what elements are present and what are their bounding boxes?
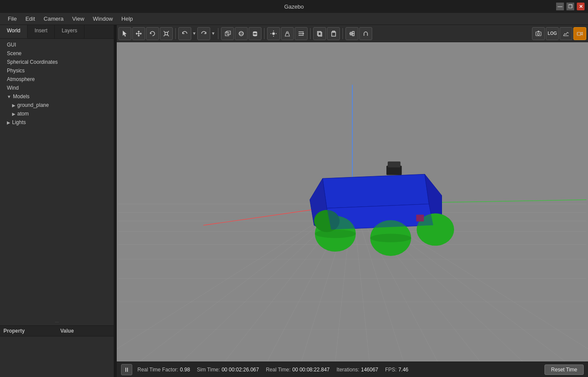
menubar: File Edit Camera View Window Help xyxy=(0,13,588,25)
svg-point-11 xyxy=(239,33,243,34)
separator-2 xyxy=(218,28,218,39)
redo-button[interactable] xyxy=(197,27,210,40)
iterations-value: 146067 xyxy=(361,367,378,373)
real-time-factor-label: Real Time Factor: xyxy=(137,367,178,373)
close-button[interactable]: ✕ xyxy=(577,3,585,10)
svg-line-4 xyxy=(168,31,169,32)
svg-point-10 xyxy=(239,31,243,36)
tab-bar: World Insert Layers xyxy=(0,25,114,39)
real-time-value: 00 00:08:22.847 xyxy=(292,367,330,373)
magnet-button[interactable] xyxy=(359,27,372,40)
log-button[interactable]: LOG xyxy=(546,27,559,40)
cursor-tool-button[interactable] xyxy=(118,27,131,40)
screenshot-button[interactable] xyxy=(532,27,545,40)
undo-arrow[interactable]: ▼ xyxy=(192,31,196,36)
copy-button[interactable] xyxy=(313,27,326,40)
svg-rect-77 xyxy=(388,162,401,168)
tree-ground-plane[interactable]: ▶ ground_plane xyxy=(0,101,114,109)
menu-window[interactable]: Window xyxy=(89,14,117,24)
sim-time-label: Sim Time: xyxy=(197,367,220,373)
fps-item: FPS: 7.46 xyxy=(385,367,408,373)
sim-time-item: Sim Time: 00 00:02:26.067 xyxy=(197,367,259,373)
property-col-header: Property xyxy=(0,326,57,336)
box-tool-button[interactable] xyxy=(221,27,234,40)
real-time-item: Real Time: 00 00:08:22.847 xyxy=(266,367,330,373)
rotate-tool-button[interactable] xyxy=(146,27,159,40)
svg-point-35 xyxy=(538,33,540,35)
svg-line-5 xyxy=(164,35,165,36)
sim-time-value: 00 00:02:26.067 xyxy=(221,367,259,373)
titlebar: Gazebo — ❐ ✕ xyxy=(0,0,588,13)
menu-camera[interactable]: Camera xyxy=(39,14,68,24)
tree-spherical-coords[interactable]: Spherical Coordinates xyxy=(0,58,114,66)
tree-atmosphere[interactable]: Atmosphere xyxy=(0,75,114,84)
svg-line-6 xyxy=(168,35,169,36)
reset-time-button[interactable]: Reset Time xyxy=(544,365,584,375)
separator-1 xyxy=(175,28,176,39)
viewport-area: ▼ ▼ xyxy=(117,25,588,377)
tab-insert[interactable]: Insert xyxy=(28,25,55,38)
iterations-item: Iterations: 146067 xyxy=(336,367,378,373)
tree-physics[interactable]: Physics xyxy=(0,66,114,75)
dir-light-button[interactable] xyxy=(295,27,308,40)
tab-layers[interactable]: Layers xyxy=(55,25,84,38)
paste-button[interactable] xyxy=(327,27,340,40)
pause-button[interactable]: ⏸ xyxy=(121,364,132,375)
separator-5 xyxy=(342,28,343,39)
undo-button[interactable] xyxy=(178,27,191,40)
menu-view[interactable]: View xyxy=(68,14,89,24)
menu-edit[interactable]: Edit xyxy=(21,14,39,24)
menu-help[interactable]: Help xyxy=(117,14,137,24)
menu-file[interactable]: File xyxy=(3,14,21,24)
minimize-button[interactable]: — xyxy=(556,3,564,10)
svg-marker-21 xyxy=(285,33,289,36)
translate-tool-button[interactable] xyxy=(132,27,145,40)
iterations-label: Iterations: xyxy=(336,367,359,373)
sphere-tool-button[interactable] xyxy=(235,27,248,40)
models-arrow: ▼ xyxy=(7,94,11,99)
toolbar: ▼ ▼ xyxy=(117,25,588,42)
window-controls: — ❐ ✕ xyxy=(556,3,585,10)
tree-gui[interactable]: GUI xyxy=(0,41,114,49)
property-header: Property Value xyxy=(0,326,114,336)
tree-scene[interactable]: Scene xyxy=(0,49,114,58)
tree-models[interactable]: ▼ Models xyxy=(0,92,114,101)
fps-value: 7.46 xyxy=(398,367,408,373)
svg-marker-66 xyxy=(323,174,429,208)
main-layout: World Insert Layers GUI Scene Spherical … xyxy=(0,25,588,377)
align-button[interactable] xyxy=(345,27,358,40)
ground-plane-arrow: ▶ xyxy=(12,103,16,108)
record-button[interactable] xyxy=(573,27,586,40)
panel-resize-hint: ··· xyxy=(0,319,114,325)
svg-point-15 xyxy=(272,32,275,35)
spot-light-button[interactable] xyxy=(281,27,294,40)
scale-tool-button[interactable] xyxy=(160,27,173,40)
tab-world[interactable]: World xyxy=(0,25,28,38)
redo-arrow[interactable]: ▼ xyxy=(211,31,215,36)
real-time-factor-value: 0.98 xyxy=(180,367,190,373)
3d-viewport[interactable] xyxy=(117,42,588,361)
left-panel: World Insert Layers GUI Scene Spherical … xyxy=(0,25,114,377)
property-panel: Property Value xyxy=(0,325,114,377)
cylinder-tool-button[interactable] xyxy=(249,27,261,40)
tree-lights[interactable]: ▶ Lights xyxy=(0,118,114,127)
svg-rect-37 xyxy=(577,32,581,35)
point-light-button[interactable] xyxy=(267,27,280,40)
plot-button[interactable] xyxy=(560,27,572,40)
value-col-header: Value xyxy=(57,326,114,336)
fps-label: FPS: xyxy=(385,367,397,373)
svg-rect-2 xyxy=(165,32,168,35)
real-time-label: Real Time: xyxy=(266,367,290,373)
atom-arrow: ▶ xyxy=(12,112,16,116)
pause-icon: ⏸ xyxy=(124,366,130,373)
tree-atom[interactable]: ▶ atom xyxy=(0,109,114,118)
svg-line-3 xyxy=(164,31,165,32)
tree-panel: GUI Scene Spherical Coordinates Physics … xyxy=(0,39,114,319)
scene-svg xyxy=(117,42,588,361)
statusbar: ⏸ Real Time Factor: 0.98 Sim Time: 00 00… xyxy=(117,361,588,377)
maximize-button[interactable]: ❐ xyxy=(566,3,574,10)
tree-wind[interactable]: Wind xyxy=(0,84,114,92)
lights-arrow: ▶ xyxy=(7,120,10,125)
app-title: Gazebo xyxy=(284,3,304,10)
real-time-factor-item: Real Time Factor: 0.98 xyxy=(137,367,190,373)
